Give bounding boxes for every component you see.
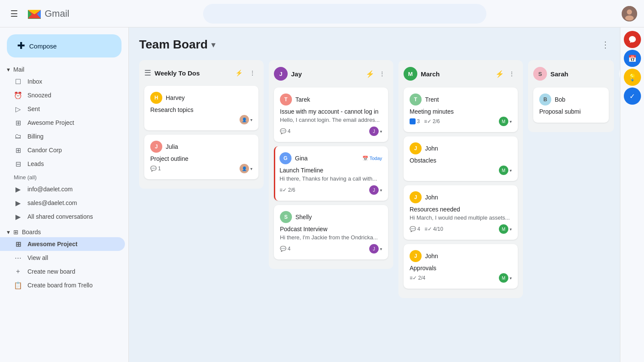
card-sender-gina: G Gina 📅 Today: [279, 152, 382, 164]
jay-bolt-icon[interactable]: ⚡: [366, 70, 374, 78]
gina-avatar: G: [279, 152, 292, 164]
trent-tag-badge: [410, 118, 416, 124]
sidebar-item-info-email[interactable]: ▶ info@daelet.com: [0, 182, 125, 196]
chat-svg: [628, 35, 637, 44]
jay-more-icon[interactable]: ⋮: [376, 68, 388, 80]
bob-avatar: B: [539, 94, 551, 106]
julia-meta: 💬 1: [150, 166, 161, 172]
trent-dropdown-arrow[interactable]: ▾: [510, 119, 512, 124]
boards-section-header[interactable]: ▾ ⊞ Boards: [0, 227, 128, 237]
sidebar-item-all-shared[interactable]: ▶ All shared conversations: [0, 210, 125, 223]
march-bolt-icon[interactable]: ⚡: [495, 70, 504, 78]
tarek-meta: 💬 4: [280, 128, 291, 134]
bob-name: Bob: [555, 96, 603, 103]
search-bar[interactable]: [203, 4, 486, 24]
jay-actions: ⚡ ⋮: [366, 68, 388, 80]
john-obstacles-name: John: [425, 145, 512, 152]
svg-point-2: [625, 15, 634, 21]
create-board-icon: +: [14, 267, 22, 276]
shelly-dropdown-arrow[interactable]: ▾: [380, 247, 382, 251]
create-trello-label: Create board from Trello: [27, 282, 118, 289]
menu-icon[interactable]: ☰: [7, 5, 21, 22]
march-more-icon[interactable]: ⋮: [506, 68, 518, 80]
card-trent-meeting[interactable]: T Trent Meeting minutes 3 ≡✓ 2/6: [404, 87, 518, 132]
sidebar-item-view-all[interactable]: ⋯ View all: [0, 251, 125, 265]
trello-icon: 📋: [14, 281, 22, 290]
board-dropdown-icon[interactable]: ▾: [211, 39, 216, 50]
user-avatar[interactable]: [622, 6, 637, 21]
expand-icon-info: ▶: [14, 185, 22, 193]
card-sender-john-obstacles: J John: [410, 142, 512, 154]
card-john-resources[interactable]: J John Resources needed Hi March, I woul…: [404, 185, 518, 240]
candor-corp-label: Candor Corp: [27, 147, 118, 154]
march-header: M March ⚡ ⋮: [404, 65, 518, 82]
keep-icon[interactable]: 💡: [624, 69, 641, 86]
jay-header: J Jay ⚡ ⋮: [274, 65, 388, 82]
card-john-obstacles[interactable]: J John Obstacles M ▾: [404, 136, 518, 181]
tasks-icon[interactable]: ✓: [624, 87, 641, 105]
google-calendar-icon[interactable]: 📅: [624, 50, 641, 67]
card-gina[interactable]: G Gina 📅 Today Launch Timeline Hi there,…: [274, 146, 388, 201]
sidebar-item-awesome-project[interactable]: ⊞ Awesome Project: [0, 116, 125, 130]
compose-button[interactable]: ✚ Compose: [7, 34, 122, 57]
sidebar-item-awesome-project-board[interactable]: ⊞ Awesome Project: [0, 237, 125, 251]
harvey-dropdown-arrow[interactable]: ▾: [250, 118, 252, 122]
sidebar-item-inbox[interactable]: ☐ Inbox: [0, 75, 125, 88]
sidebar-item-candor-corp[interactable]: ⊞ Candor Corp: [0, 143, 125, 157]
card-shelly[interactable]: S Shelly Podcast Interview Hi there, I'm…: [274, 205, 388, 259]
john-obstacles-subject: Obstacles: [410, 157, 512, 164]
sidebar-item-leads[interactable]: ⊟ Leads: [0, 157, 125, 171]
john-approvals-assignee-avatar: M: [499, 273, 508, 283]
julia-name: Julia: [166, 143, 252, 150]
john-resources-comment-num: 4: [417, 226, 420, 232]
card-harvey-research[interactable]: H Harvey Research topics 👤 ▾: [144, 86, 258, 130]
google-chat-icon[interactable]: [624, 31, 641, 48]
march-actions: ⚡ ⋮: [495, 68, 518, 80]
compose-label: Compose: [29, 42, 57, 50]
sidebar-item-sales-email[interactable]: ▶ sales@daelet.com: [0, 196, 125, 210]
weekly-todos-bolt-icon[interactable]: ⚡: [233, 67, 245, 79]
board-more-icon[interactable]: ⋮: [601, 39, 610, 50]
awesome-project-label: Awesome Project: [27, 119, 118, 126]
weekly-todos-more-icon[interactable]: ⋮: [246, 67, 258, 79]
john-approvals-meta: ≡✓ 2/4: [410, 275, 425, 281]
card-julia-outline[interactable]: J Julia Project outline 💬 1 👤: [144, 135, 258, 179]
john-obstacles-assignee-avatar: M: [499, 166, 508, 175]
tasks-check-icon: ✓: [629, 92, 635, 100]
sidebar-item-billing[interactable]: 🗂 Billing: [0, 130, 125, 143]
sidebar-item-snoozed[interactable]: ⏰ Snoozed: [0, 88, 125, 102]
jr-dropdown-arrow[interactable]: ▾: [510, 227, 512, 232]
julia-assignee-avatar: 👤: [240, 164, 249, 173]
card-bob-proposal[interactable]: B Bob Proposal submi: [533, 87, 609, 123]
tarek-subject: Issue with my account - cannot log in: [280, 108, 382, 115]
list-icon: ☰: [144, 68, 151, 78]
john-resources-checklist: ≡✓ 4/10: [425, 226, 443, 232]
weekly-todos-header: ☰ Weekly To Dos ⚡ ⋮: [144, 65, 258, 81]
john-obstacles-dropdown-arrow[interactable]: ▾: [510, 168, 512, 173]
card-john-approvals[interactable]: J John Approvals ≡✓ 2/4 M ▾: [404, 244, 518, 289]
leads-icon: ⊟: [14, 160, 22, 168]
weekly-todos-title: Weekly To Dos: [155, 69, 200, 77]
card-tarek[interactable]: T Tarek Issue with my account - cannot l…: [274, 87, 388, 142]
billing-icon: 🗂: [14, 132, 22, 141]
gina-dropdown-arrow[interactable]: ▾: [380, 188, 382, 193]
awesome-project-icon: ⊞: [14, 118, 22, 127]
john-approvals-name: John: [425, 253, 512, 259]
ja-dropdown-arrow[interactable]: ▾: [510, 276, 512, 281]
gina-assignee: J ▾: [369, 185, 382, 195]
card-sender-tarek: T Tarek: [280, 94, 382, 106]
john-resources-comments: 💬 4: [410, 226, 420, 232]
mail-section-header[interactable]: ▾ Mail: [0, 64, 128, 75]
tarek-dropdown-arrow[interactable]: ▾: [380, 129, 382, 134]
jay-avatar: J: [274, 67, 288, 81]
trent-tag-count: 3: [417, 118, 420, 124]
sidebar-item-sent[interactable]: ▷ Sent: [0, 102, 125, 116]
john-obstacles-avatar: J: [410, 142, 422, 154]
sidebar-item-create-from-trello[interactable]: 📋 Create board from Trello: [0, 278, 125, 292]
sidebar-item-create-board[interactable]: + Create new board: [0, 265, 125, 278]
shelly-meta: 💬 4: [280, 246, 291, 252]
julia-dropdown-arrow[interactable]: ▾: [250, 166, 252, 171]
inbox-label: Inbox: [27, 78, 118, 85]
shelly-assignee-avatar: J: [369, 244, 379, 253]
sidebar: ✚ Compose ▾ Mail ☐ Inbox ⏰ Snoozed ▷ Sen…: [0, 27, 129, 362]
